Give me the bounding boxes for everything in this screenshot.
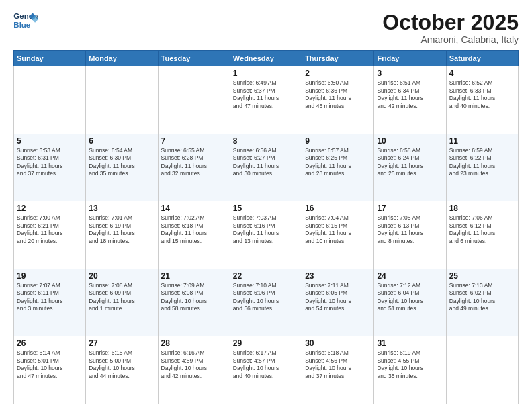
day-info-4: Sunrise: 6:52 AM Sunset: 6:33 PM Dayligh… bbox=[449, 79, 515, 110]
cell-2-5: 17Sunrise: 7:05 AM Sunset: 6:13 PM Dayli… bbox=[374, 201, 446, 269]
day-number-8: 8 bbox=[233, 136, 299, 146]
header-friday: Friday bbox=[374, 51, 446, 66]
day-info-20: Sunrise: 7:08 AM Sunset: 6:09 PM Dayligh… bbox=[89, 282, 154, 313]
cell-3-0: 19Sunrise: 7:07 AM Sunset: 6:11 PM Dayli… bbox=[14, 269, 86, 336]
week-row-4: 26Sunrise: 6:14 AM Sunset: 5:01 PM Dayli… bbox=[14, 336, 519, 404]
day-number-27: 27 bbox=[89, 338, 154, 348]
day-number-29: 29 bbox=[233, 338, 299, 348]
day-number-15: 15 bbox=[233, 203, 299, 213]
day-info-19: Sunrise: 7:07 AM Sunset: 6:11 PM Dayligh… bbox=[17, 282, 83, 313]
cell-1-3: 8Sunrise: 6:56 AM Sunset: 6:27 PM Daylig… bbox=[230, 134, 302, 201]
day-number-4: 4 bbox=[449, 68, 515, 78]
day-number-20: 20 bbox=[89, 271, 154, 281]
day-number-1: 1 bbox=[233, 68, 299, 78]
header-sunday: Sunday bbox=[14, 51, 86, 66]
cell-4-3: 29Sunrise: 6:17 AM Sunset: 4:57 PM Dayli… bbox=[230, 336, 302, 404]
day-number-18: 18 bbox=[449, 203, 515, 213]
subtitle: Amaroni, Calabria, Italy bbox=[382, 34, 519, 45]
day-info-22: Sunrise: 7:10 AM Sunset: 6:06 PM Dayligh… bbox=[233, 282, 299, 313]
day-number-21: 21 bbox=[161, 271, 227, 281]
day-number-14: 14 bbox=[161, 203, 227, 213]
day-info-1: Sunrise: 6:49 AM Sunset: 6:37 PM Dayligh… bbox=[233, 79, 299, 110]
cell-1-2: 7Sunrise: 6:55 AM Sunset: 6:28 PM Daylig… bbox=[158, 134, 230, 201]
day-number-30: 30 bbox=[305, 338, 371, 348]
cell-3-6: 25Sunrise: 7:13 AM Sunset: 6:02 PM Dayli… bbox=[446, 269, 518, 336]
day-number-25: 25 bbox=[449, 271, 515, 281]
cell-3-1: 20Sunrise: 7:08 AM Sunset: 6:09 PM Dayli… bbox=[86, 269, 158, 336]
cell-2-2: 14Sunrise: 7:02 AM Sunset: 6:18 PM Dayli… bbox=[158, 201, 230, 269]
cell-4-6 bbox=[446, 336, 518, 404]
day-info-29: Sunrise: 6:17 AM Sunset: 4:57 PM Dayligh… bbox=[233, 349, 299, 380]
header-monday: Monday bbox=[86, 51, 158, 66]
cell-0-6: 4Sunrise: 6:52 AM Sunset: 6:33 PM Daylig… bbox=[446, 66, 518, 134]
day-number-5: 5 bbox=[17, 136, 83, 146]
day-info-21: Sunrise: 7:09 AM Sunset: 6:08 PM Dayligh… bbox=[161, 282, 227, 313]
cell-1-5: 10Sunrise: 6:58 AM Sunset: 6:24 PM Dayli… bbox=[374, 134, 446, 201]
day-info-10: Sunrise: 6:58 AM Sunset: 6:24 PM Dayligh… bbox=[377, 147, 443, 178]
cell-0-2 bbox=[158, 66, 230, 134]
day-number-11: 11 bbox=[449, 136, 515, 146]
day-info-6: Sunrise: 6:54 AM Sunset: 6:30 PM Dayligh… bbox=[89, 147, 154, 178]
cell-1-0: 5Sunrise: 6:53 AM Sunset: 6:31 PM Daylig… bbox=[14, 134, 86, 201]
calendar-header-row: Sunday Monday Tuesday Wednesday Thursday… bbox=[14, 51, 519, 66]
cell-1-1: 6Sunrise: 6:54 AM Sunset: 6:30 PM Daylig… bbox=[86, 134, 158, 201]
cell-3-5: 24Sunrise: 7:12 AM Sunset: 6:04 PM Dayli… bbox=[374, 269, 446, 336]
day-number-10: 10 bbox=[377, 136, 443, 146]
calendar-table: Sunday Monday Tuesday Wednesday Thursday… bbox=[13, 50, 519, 404]
day-info-8: Sunrise: 6:56 AM Sunset: 6:27 PM Dayligh… bbox=[233, 147, 299, 178]
day-info-24: Sunrise: 7:12 AM Sunset: 6:04 PM Dayligh… bbox=[377, 282, 443, 313]
week-row-2: 12Sunrise: 7:00 AM Sunset: 6:21 PM Dayli… bbox=[14, 201, 519, 269]
day-info-9: Sunrise: 6:57 AM Sunset: 6:25 PM Dayligh… bbox=[305, 147, 371, 178]
day-number-2: 2 bbox=[305, 68, 371, 78]
cell-2-6: 18Sunrise: 7:06 AM Sunset: 6:12 PM Dayli… bbox=[446, 201, 518, 269]
day-info-18: Sunrise: 7:06 AM Sunset: 6:12 PM Dayligh… bbox=[449, 214, 515, 245]
cell-1-4: 9Sunrise: 6:57 AM Sunset: 6:25 PM Daylig… bbox=[302, 134, 374, 201]
logo: General Blue bbox=[13, 11, 38, 31]
cell-2-0: 12Sunrise: 7:00 AM Sunset: 6:21 PM Dayli… bbox=[14, 201, 86, 269]
week-row-3: 19Sunrise: 7:07 AM Sunset: 6:11 PM Dayli… bbox=[14, 269, 519, 336]
month-title: October 2025 bbox=[382, 11, 519, 34]
day-number-16: 16 bbox=[305, 203, 371, 213]
day-number-6: 6 bbox=[89, 136, 154, 146]
day-info-25: Sunrise: 7:13 AM Sunset: 6:02 PM Dayligh… bbox=[449, 282, 515, 313]
day-info-31: Sunrise: 6:19 AM Sunset: 4:55 PM Dayligh… bbox=[377, 349, 443, 380]
day-info-2: Sunrise: 6:50 AM Sunset: 6:36 PM Dayligh… bbox=[305, 79, 371, 110]
day-number-13: 13 bbox=[89, 203, 154, 213]
svg-text:Blue: Blue bbox=[13, 21, 30, 29]
logo-icon: General Blue bbox=[13, 11, 38, 31]
day-info-3: Sunrise: 6:51 AM Sunset: 6:34 PM Dayligh… bbox=[377, 79, 443, 110]
day-info-12: Sunrise: 7:00 AM Sunset: 6:21 PM Dayligh… bbox=[17, 214, 83, 245]
day-number-24: 24 bbox=[377, 271, 443, 281]
day-number-31: 31 bbox=[377, 338, 443, 348]
day-info-7: Sunrise: 6:55 AM Sunset: 6:28 PM Dayligh… bbox=[161, 147, 227, 178]
day-number-23: 23 bbox=[305, 271, 371, 281]
day-info-26: Sunrise: 6:14 AM Sunset: 5:01 PM Dayligh… bbox=[17, 349, 83, 380]
cell-4-2: 28Sunrise: 6:16 AM Sunset: 4:59 PM Dayli… bbox=[158, 336, 230, 404]
cell-3-3: 22Sunrise: 7:10 AM Sunset: 6:06 PM Dayli… bbox=[230, 269, 302, 336]
cell-4-5: 31Sunrise: 6:19 AM Sunset: 4:55 PM Dayli… bbox=[374, 336, 446, 404]
day-info-15: Sunrise: 7:03 AM Sunset: 6:16 PM Dayligh… bbox=[233, 214, 299, 245]
day-number-17: 17 bbox=[377, 203, 443, 213]
cell-0-1 bbox=[86, 66, 158, 134]
header-saturday: Saturday bbox=[446, 51, 518, 66]
header: General Blue October 2025 Amaroni, Calab… bbox=[13, 11, 519, 45]
day-number-19: 19 bbox=[17, 271, 83, 281]
cell-3-2: 21Sunrise: 7:09 AM Sunset: 6:08 PM Dayli… bbox=[158, 269, 230, 336]
day-number-9: 9 bbox=[305, 136, 371, 146]
cell-0-3: 1Sunrise: 6:49 AM Sunset: 6:37 PM Daylig… bbox=[230, 66, 302, 134]
cell-1-6: 11Sunrise: 6:59 AM Sunset: 6:22 PM Dayli… bbox=[446, 134, 518, 201]
day-info-11: Sunrise: 6:59 AM Sunset: 6:22 PM Dayligh… bbox=[449, 147, 515, 178]
cell-0-0 bbox=[14, 66, 86, 134]
day-info-13: Sunrise: 7:01 AM Sunset: 6:19 PM Dayligh… bbox=[89, 214, 154, 245]
cell-4-4: 30Sunrise: 6:18 AM Sunset: 4:56 PM Dayli… bbox=[302, 336, 374, 404]
day-number-12: 12 bbox=[17, 203, 83, 213]
day-number-28: 28 bbox=[161, 338, 227, 348]
header-thursday: Thursday bbox=[302, 51, 374, 66]
cell-0-4: 2Sunrise: 6:50 AM Sunset: 6:36 PM Daylig… bbox=[302, 66, 374, 134]
page: General Blue October 2025 Amaroni, Calab… bbox=[0, 0, 532, 411]
day-info-5: Sunrise: 6:53 AM Sunset: 6:31 PM Dayligh… bbox=[17, 147, 83, 178]
day-info-28: Sunrise: 6:16 AM Sunset: 4:59 PM Dayligh… bbox=[161, 349, 227, 380]
cell-2-1: 13Sunrise: 7:01 AM Sunset: 6:19 PM Dayli… bbox=[86, 201, 158, 269]
cell-2-3: 15Sunrise: 7:03 AM Sunset: 6:16 PM Dayli… bbox=[230, 201, 302, 269]
day-info-14: Sunrise: 7:02 AM Sunset: 6:18 PM Dayligh… bbox=[161, 214, 227, 245]
